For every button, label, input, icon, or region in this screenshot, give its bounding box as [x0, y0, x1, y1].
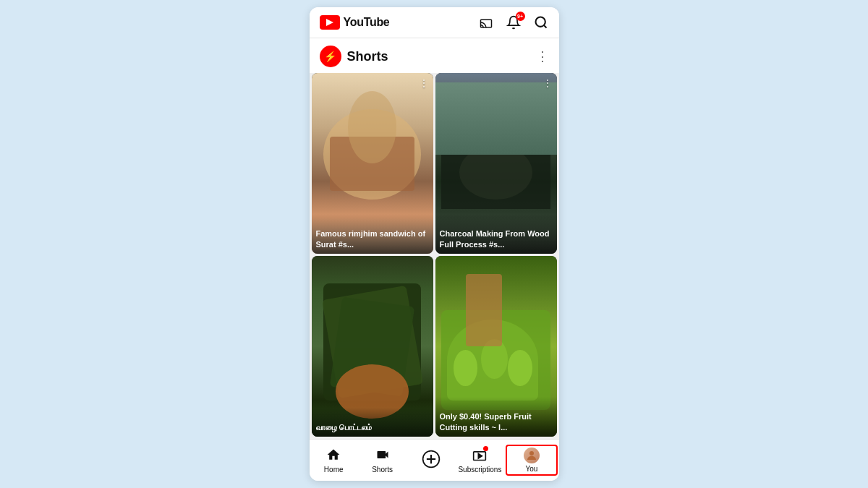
shorts-logo-icon: ⚡: [320, 46, 341, 67]
nav-item-home[interactable]: Home: [310, 443, 358, 478]
video-1-title: Famous rimjhim sandwich of Surat #s...: [316, 228, 429, 249]
nav-item-subscriptions[interactable]: Subscriptions: [456, 443, 504, 478]
video-4-overlay: Only $0.40! Superb Fruit Cutting skills …: [435, 397, 557, 437]
video-2-title: Charcoal Making From Wood Full Process #…: [440, 228, 553, 249]
home-label: Home: [324, 466, 344, 474]
notification-icon[interactable]: 9+: [506, 14, 522, 30]
phone-frame: YouTube 9+: [310, 7, 559, 481]
nav-item-you[interactable]: You: [506, 445, 557, 476]
shorts-grid: ⋮ Famous rimjhim sandwich of Surat #s...…: [310, 73, 559, 439]
youtube-logo[interactable]: YouTube: [320, 15, 478, 30]
header-icons: 9+: [478, 14, 549, 30]
video-3-overlay: வாழை பொட்டலம்: [312, 408, 433, 437]
youtube-logo-text: YouTube: [344, 16, 390, 29]
bottom-navigation: Home Shorts: [310, 439, 559, 481]
nav-item-shorts[interactable]: Shorts: [358, 443, 407, 478]
video-card-2[interactable]: ⋮ Charcoal Making From Wood Full Process…: [435, 73, 557, 254]
shorts-nav-icon: [375, 448, 390, 464]
top-header: YouTube 9+: [310, 7, 559, 38]
search-icon[interactable]: [533, 14, 549, 30]
subs-notification-dot: [483, 446, 488, 451]
nav-item-create[interactable]: [407, 445, 455, 476]
you-avatar: [524, 448, 540, 463]
video-card-4[interactable]: Only $0.40! Superb Fruit Cutting skills …: [435, 256, 557, 437]
svg-point-8: [529, 451, 534, 455]
video-2-more-btn[interactable]: ⋮: [542, 77, 553, 89]
shorts-header: ⚡ Shorts ⋮: [310, 38, 559, 73]
home-icon: [326, 448, 341, 464]
video-card-1[interactable]: ⋮ Famous rimjhim sandwich of Surat #s...: [312, 73, 433, 254]
video-1-more-btn[interactable]: ⋮: [419, 77, 429, 89]
notification-badge: 9+: [516, 12, 525, 21]
svg-marker-7: [479, 453, 482, 458]
video-3-title: வாழை பொட்டலம்: [316, 422, 429, 432]
svg-point-1: [535, 17, 545, 27]
shorts-title: Shorts: [347, 49, 536, 64]
subscriptions-icon: [472, 448, 487, 464]
shorts-more-options[interactable]: ⋮: [536, 48, 549, 64]
you-label: You: [525, 465, 537, 473]
create-icon: [421, 449, 441, 472]
subscriptions-label: Subscriptions: [458, 466, 501, 474]
video-1-overlay: Famous rimjhim sandwich of Surat #s...: [312, 214, 433, 254]
video-4-title: Only $0.40! Superb Fruit Cutting skills …: [440, 411, 553, 432]
video-2-overlay: Charcoal Making From Wood Full Process #…: [435, 214, 557, 254]
youtube-logo-icon: [320, 15, 340, 30]
video-card-3[interactable]: வாழை பொட்டலம்: [312, 256, 433, 437]
shorts-nav-label: Shorts: [372, 466, 393, 474]
cast-icon[interactable]: [478, 14, 494, 30]
svg-line-2: [543, 25, 546, 28]
